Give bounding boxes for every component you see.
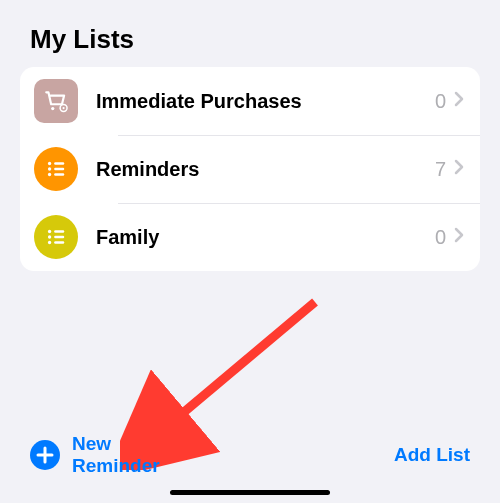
svg-line-17 [165,302,315,428]
svg-point-10 [48,230,51,233]
svg-rect-9 [54,173,64,175]
lists-card: Immediate Purchases 0 Reminders 7 [20,67,480,271]
list-icon [34,215,78,259]
svg-point-5 [48,167,51,170]
list-count: 7 [435,158,446,181]
svg-point-11 [48,235,51,238]
chevron-right-icon [454,227,464,247]
chevron-right-icon [454,159,464,179]
svg-point-0 [51,107,54,110]
add-list-button[interactable]: Add List [394,444,470,466]
list-row-family[interactable]: Family 0 [20,203,480,271]
svg-point-12 [48,241,51,244]
svg-rect-7 [54,162,64,164]
list-count: 0 [435,226,446,249]
list-icon [34,147,78,191]
svg-point-4 [48,162,51,165]
new-reminder-label: New Reminder [72,433,172,477]
list-name: Immediate Purchases [96,90,435,113]
list-name: Reminders [96,158,435,181]
new-reminder-button[interactable]: New Reminder [30,433,172,477]
svg-point-6 [48,173,51,176]
svg-rect-13 [54,230,64,232]
list-row-immediate-purchases[interactable]: Immediate Purchases 0 [20,67,480,135]
cart-settings-icon [34,79,78,123]
plus-circle-icon [30,440,60,470]
svg-rect-15 [54,241,64,243]
svg-rect-14 [54,236,64,238]
svg-rect-8 [54,168,64,170]
section-title: My Lists [0,0,500,67]
chevron-right-icon [454,91,464,111]
svg-point-3 [63,107,65,109]
home-indicator[interactable] [170,490,330,495]
list-row-reminders[interactable]: Reminders 7 [20,135,480,203]
list-name: Family [96,226,435,249]
bottom-bar: New Reminder Add List [0,433,500,477]
list-count: 0 [435,90,446,113]
